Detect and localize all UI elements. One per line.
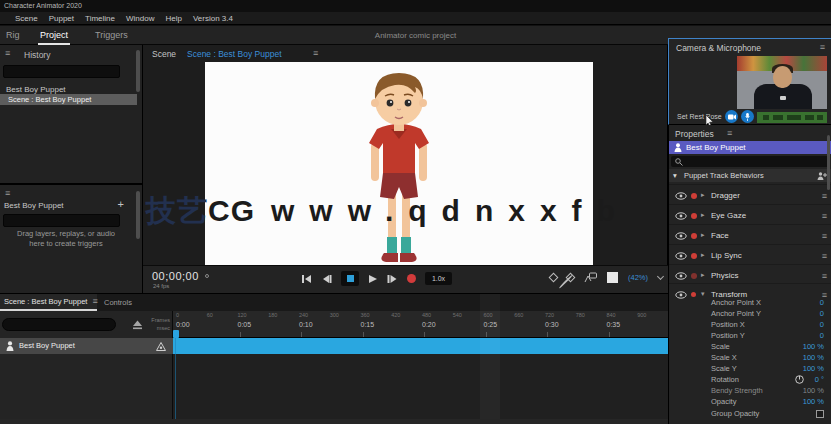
record-button[interactable] [407, 274, 416, 283]
workspace-tab-project[interactable]: Project [38, 26, 70, 45]
microphone-toggle-icon[interactable] [741, 110, 754, 123]
camera-toggle-icon[interactable] [725, 110, 738, 123]
record-arm-dot[interactable] [691, 233, 697, 239]
add-behavior-icon[interactable] [817, 172, 827, 180]
timeline-track-header[interactable]: Best Boy Puppet [0, 338, 173, 354]
watermark-url: www.qdnxxfb [271, 194, 630, 227]
property-value[interactable]: 100 % [803, 352, 824, 363]
project-scrollbar[interactable] [136, 50, 140, 92]
record-arm-dot[interactable] [691, 193, 697, 199]
property-row: Scale X100 % [669, 352, 831, 363]
workspace-tab-rig[interactable]: Rig [4, 26, 22, 45]
behavior-row-eye-gaze[interactable]: ▸ Eye Gaze ≡ [669, 204, 831, 224]
property-value[interactable]: 0 ° [815, 374, 824, 385]
property-value[interactable]: 100 % [803, 396, 824, 407]
playback-speed[interactable]: 1.0x [425, 272, 452, 285]
timeline-bottom-scrollbar[interactable] [0, 419, 668, 424]
snapping-icon[interactable] [549, 273, 559, 283]
menu-version: Version 3.4 [193, 12, 233, 24]
property-value[interactable]: 100 % [803, 363, 824, 374]
scene-canvas[interactable] [205, 62, 593, 265]
property-value[interactable]: 100 % [803, 341, 824, 352]
scene-breadcrumb[interactable]: Scene : Best Boy Puppet [187, 49, 282, 59]
record-arm-dot[interactable] [691, 253, 697, 259]
properties-scrollbar[interactable] [827, 135, 830, 190]
zoom-level[interactable]: (42%) [628, 273, 648, 282]
project-item-puppet[interactable]: Best Boy Puppet [6, 85, 66, 94]
menu-timeline[interactable]: Timeline [85, 12, 115, 24]
behavior-active-eye-icon[interactable] [675, 212, 687, 220]
take-snapshot-icon[interactable] [584, 272, 597, 283]
timeline-ruler[interactable]: 0601201802403003604204805406006607207808… [173, 311, 668, 338]
rotation-dial-icon[interactable] [795, 375, 804, 384]
timeline-tab-controls[interactable]: Controls [104, 294, 132, 311]
row-menu-icon[interactable]: ≡ [822, 271, 827, 281]
record-arm-dot[interactable] [691, 213, 697, 219]
row-expand-icon[interactable]: ▸ [701, 211, 705, 219]
behavior-active-eye-icon[interactable] [675, 252, 687, 260]
menu-puppet[interactable]: Puppet [49, 12, 74, 24]
zoom-dropdown-icon[interactable] [657, 273, 664, 280]
ruler-second-label: 0:35 [607, 321, 621, 328]
menu-help[interactable]: Help [165, 12, 181, 24]
row-expand-icon[interactable]: ▸ [701, 231, 705, 239]
properties-search-input[interactable] [671, 156, 830, 167]
menu-scene[interactable]: Scene [15, 12, 38, 24]
scene-panel: Scene Scene : Best Boy Puppet ≡ [143, 45, 668, 293]
arm-for-record-icon[interactable] [156, 342, 166, 351]
record-arm-dot[interactable] [691, 273, 697, 279]
timecode-display[interactable]: 00;00;00 [152, 270, 199, 282]
property-value[interactable]: 0 [820, 319, 824, 330]
row-menu-icon[interactable]: ≡ [822, 251, 827, 261]
go-to-start-button[interactable] [301, 274, 312, 284]
timeline-search-input[interactable] [2, 318, 116, 331]
property-value[interactable]: 0 [820, 297, 824, 308]
property-row: Anchor Point X0 [669, 297, 831, 308]
properties-menu-icon[interactable]: ≡ [727, 128, 732, 138]
background-color-swatch[interactable] [607, 272, 618, 283]
row-menu-icon[interactable]: ≡ [822, 211, 827, 221]
project-search-input[interactable] [3, 65, 120, 78]
timeline-tab-menu-icon[interactable]: ≡ [92, 296, 97, 306]
frame-back-button[interactable] [321, 274, 332, 284]
behavior-row-lip-sync[interactable]: ▸ Lip Sync ≡ [669, 244, 831, 264]
camera-panel-menu-icon[interactable]: ≡ [820, 42, 825, 52]
menu-window[interactable]: Window [126, 12, 154, 24]
onion-skin-icon[interactable] [566, 273, 576, 283]
timeline-puppet-clip[interactable] [173, 338, 668, 354]
behavior-row-physics[interactable]: ▸ Physics ≡ [669, 264, 831, 284]
behavior-active-eye-icon[interactable] [675, 272, 687, 280]
behavior-active-eye-icon[interactable] [675, 192, 687, 200]
row-expand-icon[interactable]: ▸ [701, 251, 705, 259]
row-menu-icon[interactable]: ≡ [822, 231, 827, 241]
row-expand-icon[interactable]: ▸ [701, 271, 705, 279]
property-value[interactable]: 0 [820, 330, 824, 341]
project-item-scene-selected[interactable]: Scene : Best Boy Puppet [0, 94, 137, 105]
behavior-row-face[interactable]: ▸ Face ≡ [669, 224, 831, 244]
eject-icon[interactable] [132, 320, 143, 330]
selected-puppet-row[interactable]: Best Boy Puppet [669, 141, 831, 154]
section-collapse-icon[interactable]: ▾ [673, 169, 677, 182]
group-opacity-checkbox[interactable] [816, 410, 824, 418]
stop-button[interactable] [341, 271, 359, 286]
add-trigger-button[interactable]: + [118, 198, 124, 210]
timeline-tab-scene[interactable]: Scene : Best Boy Puppet ≡ [0, 294, 97, 311]
row-menu-icon[interactable]: ≡ [822, 191, 827, 201]
frame-forward-button[interactable] [387, 274, 398, 284]
playhead[interactable] [173, 330, 179, 338]
set-rest-pose-button[interactable]: Set Rest Pose [677, 113, 722, 120]
row-expand-icon[interactable]: ▸ [701, 191, 705, 199]
play-button[interactable] [368, 274, 378, 284]
triggers-scrollbar[interactable] [136, 191, 140, 239]
triggers-search-input[interactable] [3, 214, 120, 227]
behavior-row-dragger[interactable]: ▸ Dragger ≡ [669, 184, 831, 204]
behaviors-section-header[interactable]: ▾ Puppet Track Behaviors [669, 169, 831, 182]
triggers-panel-menu-icon[interactable]: ≡ [5, 188, 10, 198]
project-panel-menu-icon[interactable]: ≡ [5, 48, 10, 58]
timecode-mode-icon[interactable] [205, 274, 209, 278]
workspace-tab-triggers[interactable]: Triggers [93, 26, 130, 45]
ruler-second-label: 0:05 [238, 321, 252, 328]
behavior-active-eye-icon[interactable] [675, 232, 687, 240]
scene-panel-menu-icon[interactable]: ≡ [313, 48, 318, 58]
property-value[interactable]: 0 [820, 308, 824, 319]
